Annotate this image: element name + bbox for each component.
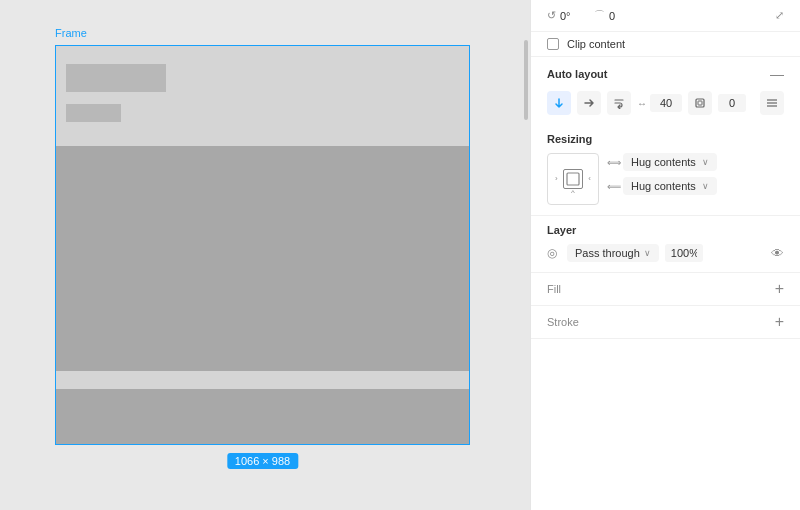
rotation-value: 0°: [560, 10, 588, 22]
chevron-down-icon-2: ∨: [702, 181, 709, 191]
svg-rect-1: [698, 101, 702, 105]
top-controls: ↺ 0° ⌒ 0 ⤢: [531, 0, 800, 32]
frame-label: Frame: [55, 27, 87, 39]
scroll-thumb: [524, 40, 528, 120]
resize-v-icon: ⟸: [607, 181, 617, 192]
corner-value: 0: [609, 10, 637, 22]
resize-options: ⟺ Hug contents ∨ ⟸ Hug contents ∨: [607, 153, 784, 195]
wrap-icon: [613, 97, 625, 109]
gap-icon: ↔: [637, 98, 647, 109]
svg-rect-0: [696, 99, 704, 107]
direction-down-button[interactable]: [547, 91, 571, 115]
arrow-left-icon: ›: [555, 175, 558, 183]
align-icon: [766, 97, 778, 109]
rotation-group: ↺ 0°: [547, 9, 588, 22]
auto-layout-action[interactable]: —: [770, 67, 784, 81]
auto-layout-title: Auto layout: [547, 68, 608, 80]
block-middle: [56, 146, 469, 371]
corner-radius-icon: ⌒: [594, 8, 605, 23]
gap-input-group: ↔: [637, 94, 682, 112]
stroke-row: Stroke +: [547, 314, 784, 330]
resizing-title: Resizing: [547, 133, 784, 145]
resize-h-icon: ⟺: [607, 157, 617, 168]
blend-mode-dropdown[interactable]: Pass through ∨: [567, 244, 659, 262]
add-fill-button[interactable]: +: [775, 281, 784, 297]
chevron-down-icon: ∨: [702, 157, 709, 167]
scrollbar[interactable]: [522, 0, 530, 510]
padding-button[interactable]: [688, 91, 712, 115]
dimension-label: 1066 × 988: [227, 453, 298, 469]
layer-mode-icon: ◎: [547, 246, 561, 260]
gap-input[interactable]: [650, 94, 682, 112]
svg-rect-5: [567, 173, 579, 185]
frame-box[interactable]: [55, 45, 470, 445]
block-inner-2: [66, 104, 121, 122]
padding-input-group: [718, 94, 746, 112]
expand-group: ⤢: [775, 9, 784, 22]
hug-contents-vertical-label: Hug contents: [631, 180, 696, 192]
arrow-right-icon: [583, 97, 595, 109]
padding-icon: [694, 97, 706, 109]
block-strip: [56, 371, 469, 389]
direction-right-button[interactable]: [577, 91, 601, 115]
resize-vertical-row: ⟸ Hug contents ∨: [607, 177, 784, 195]
block-footer: [56, 389, 469, 444]
resize-box-icon: [565, 171, 581, 187]
rotate-icon: ↺: [547, 9, 556, 22]
arrow-bottom-icon: ^: [571, 189, 575, 197]
clip-content-checkbox[interactable]: [547, 38, 559, 50]
layer-controls: ◎ Pass through ∨ 100% 👁: [547, 244, 784, 262]
resizing-controls: › ‹ ^ ⟺ Hug contents ∨: [547, 153, 784, 205]
fill-section: Fill +: [531, 273, 800, 306]
blend-chevron-icon: ∨: [644, 248, 651, 258]
add-stroke-button[interactable]: +: [775, 314, 784, 330]
block-top: [56, 46, 469, 146]
blend-mode-label: Pass through: [575, 247, 640, 259]
stroke-label: Stroke: [547, 316, 579, 328]
expand-icon: ⤢: [775, 9, 784, 22]
opacity-input[interactable]: 100%: [665, 244, 703, 262]
resize-preview-inner: › ‹ ^: [563, 169, 583, 189]
arrow-right-icon: ‹: [588, 175, 591, 183]
corner-group: ⌒ 0: [594, 8, 637, 23]
visibility-icon[interactable]: 👁: [771, 246, 784, 261]
padding-input[interactable]: [718, 94, 746, 112]
fill-row: Fill +: [547, 281, 784, 297]
layer-title: Layer: [547, 224, 784, 236]
resize-horizontal-row: ⟺ Hug contents ∨: [607, 153, 784, 171]
block-inner-1: [66, 64, 166, 92]
align-button[interactable]: [760, 91, 784, 115]
frame-container: Frame 1066 × 988: [55, 45, 470, 445]
arrow-down-icon: [553, 97, 565, 109]
fill-label: Fill: [547, 283, 561, 295]
resizing-section: Resizing › ‹ ^ ⟺ Hug con: [531, 125, 800, 216]
canvas: Frame 1066 × 988: [0, 0, 530, 510]
auto-layout-header: Auto layout —: [531, 57, 800, 87]
frame-inner-content: [56, 46, 469, 444]
clip-content-row: Clip content: [531, 32, 800, 57]
auto-layout-controls: ↔: [531, 87, 800, 125]
resize-preview: › ‹ ^: [547, 153, 599, 205]
hug-contents-horizontal-dropdown[interactable]: Hug contents ∨: [623, 153, 717, 171]
stroke-section: Stroke +: [531, 306, 800, 339]
hug-contents-vertical-dropdown[interactable]: Hug contents ∨: [623, 177, 717, 195]
wrap-button[interactable]: [607, 91, 631, 115]
layer-section: Layer ◎ Pass through ∨ 100% 👁: [531, 216, 800, 273]
right-panel: ↺ 0° ⌒ 0 ⤢ Clip content Auto layout —: [530, 0, 800, 510]
clip-content-label: Clip content: [567, 38, 625, 50]
hug-contents-horizontal-label: Hug contents: [631, 156, 696, 168]
